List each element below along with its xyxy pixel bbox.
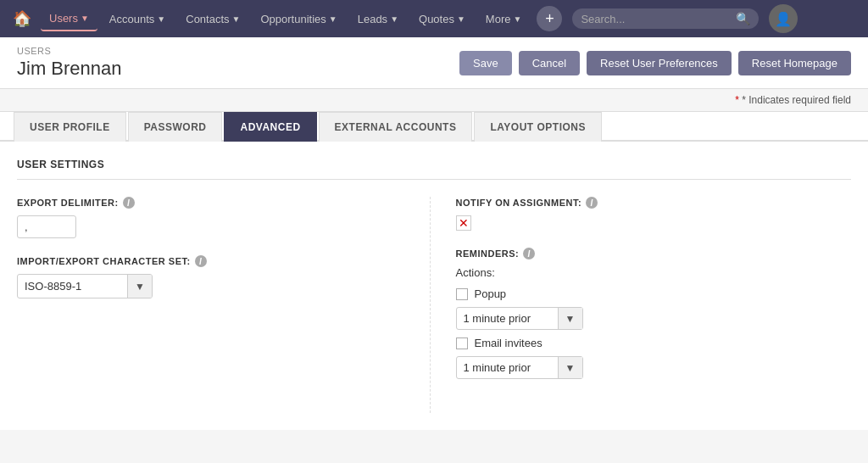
chevron-down-icon: ▼ bbox=[390, 14, 398, 24]
two-column-layout: EXPORT DELIMITER: i IMPORT/EXPORT CHARAC… bbox=[17, 197, 851, 413]
charset-info-icon[interactable]: i bbox=[195, 255, 207, 267]
reminders-group: REMINDERS: i Actions: Popup 1 minute pri… bbox=[456, 248, 852, 379]
add-button[interactable]: + bbox=[537, 6, 562, 31]
page-title: Jim Brennan bbox=[17, 58, 122, 80]
popup-label: Popup bbox=[475, 287, 507, 300]
content-area: USER SETTINGS EXPORT DELIMITER: i IMPORT… bbox=[0, 142, 868, 430]
tab-advanced[interactable]: ADVANCED bbox=[224, 112, 316, 142]
charset-label: IMPORT/EXPORT CHARACTER SET: i bbox=[17, 255, 413, 267]
reminders-label-text: REMINDERS: bbox=[456, 248, 520, 259]
email-invitees-label: Email invitees bbox=[475, 337, 542, 349]
nav-item-contacts[interactable]: Contacts ▼ bbox=[177, 8, 248, 31]
required-asterisk: * bbox=[735, 94, 739, 106]
email-invitees-row: Email invitees bbox=[456, 337, 852, 349]
tab-user-profile[interactable]: USER PROFILE bbox=[14, 112, 126, 142]
left-column: EXPORT DELIMITER: i IMPORT/EXPORT CHARAC… bbox=[17, 197, 430, 413]
chevron-down-icon: ▼ bbox=[513, 14, 521, 24]
search-icon: 🔍 bbox=[736, 12, 750, 25]
tab-password[interactable]: PASSWORD bbox=[128, 112, 223, 142]
reminders-label: REMINDERS: i bbox=[456, 248, 852, 259]
chevron-down-icon: ▼ bbox=[81, 14, 89, 23]
chevron-down-icon: ▼ bbox=[157, 14, 165, 24]
popup-row: Popup bbox=[456, 287, 852, 300]
notify-assignment-label-text: NOTIFY ON ASSIGNMENT: bbox=[456, 198, 582, 208]
nav-item-leads[interactable]: Leads ▼ bbox=[349, 8, 407, 31]
nav-item-users[interactable]: Users ▼ bbox=[41, 7, 97, 31]
reminders-info-icon[interactable]: i bbox=[523, 248, 535, 259]
popup-timing-arrow: ▼ bbox=[558, 308, 582, 329]
charset-group: IMPORT/EXPORT CHARACTER SET: i ISO-8859-… bbox=[17, 255, 413, 298]
nav-label-leads: Leads bbox=[358, 13, 387, 25]
home-button[interactable]: 🏠 bbox=[7, 3, 37, 34]
email-timing-select[interactable]: 1 minute prior 5 minutes prior 10 minute… bbox=[457, 357, 558, 378]
right-column: NOTIFY ON ASSIGNMENT: i ✕ REMINDERS: i A… bbox=[430, 197, 852, 413]
popup-checkbox[interactable] bbox=[456, 288, 468, 300]
export-delimiter-group: EXPORT DELIMITER: i bbox=[17, 197, 413, 238]
nav-label-contacts: Contacts bbox=[186, 13, 229, 25]
popup-timing-select-wrap: 1 minute prior 5 minutes prior 10 minute… bbox=[456, 307, 583, 330]
nav-item-quotes[interactable]: Quotes ▼ bbox=[410, 8, 474, 31]
tabs-bar: USER PROFILE PASSWORD ADVANCED EXTERNAL … bbox=[0, 112, 868, 142]
notify-assignment-label: NOTIFY ON ASSIGNMENT: i bbox=[456, 197, 852, 209]
chevron-down-icon: ▼ bbox=[457, 14, 465, 24]
export-delimiter-input[interactable] bbox=[17, 215, 76, 238]
popup-timing-select[interactable]: 1 minute prior 5 minutes prior 10 minute… bbox=[457, 308, 558, 329]
cancel-button[interactable]: Cancel bbox=[519, 51, 580, 75]
nav-label-quotes: Quotes bbox=[419, 13, 454, 25]
page-header-actions: Save Cancel Reset User Preferences Reset… bbox=[459, 51, 851, 75]
nav-label-opportunities: Opportunities bbox=[260, 13, 326, 25]
avatar[interactable]: 👤 bbox=[769, 4, 798, 33]
breadcrumb: USERS bbox=[17, 46, 122, 56]
nav-label-users: Users bbox=[49, 12, 78, 25]
email-timing-arrow: ▼ bbox=[558, 357, 582, 378]
notify-assignment-info-icon[interactable]: i bbox=[586, 197, 598, 209]
reset-preferences-button[interactable]: Reset User Preferences bbox=[587, 51, 732, 75]
charset-select[interactable]: ISO-8859-1 UTF-8 UTF-16 ASCII bbox=[18, 275, 127, 298]
export-delimiter-label-text: EXPORT DELIMITER: bbox=[17, 198, 119, 208]
nav-item-accounts[interactable]: Accounts ▼ bbox=[101, 8, 174, 31]
save-button[interactable]: Save bbox=[459, 51, 512, 75]
chevron-down-icon: ▼ bbox=[329, 14, 337, 24]
email-timing-select-wrap: 1 minute prior 5 minutes prior 10 minute… bbox=[456, 356, 583, 379]
page-header-left: USERS Jim Brennan bbox=[17, 46, 122, 80]
nav-item-opportunities[interactable]: Opportunities ▼ bbox=[252, 8, 345, 31]
required-note: * * Indicates required field bbox=[0, 89, 868, 112]
export-delimiter-label: EXPORT DELIMITER: i bbox=[17, 197, 413, 209]
nav-label-accounts: Accounts bbox=[109, 13, 154, 25]
email-invitees-checkbox[interactable] bbox=[456, 337, 468, 349]
nav-label-more: More bbox=[486, 13, 511, 25]
section-title: USER SETTINGS bbox=[17, 159, 851, 180]
chevron-down-icon: ▼ bbox=[232, 14, 241, 24]
tab-external-accounts[interactable]: EXTERNAL ACCOUNTS bbox=[319, 112, 473, 142]
nav-item-more[interactable]: More ▼ bbox=[477, 8, 531, 31]
page-header: USERS Jim Brennan Save Cancel Reset User… bbox=[0, 37, 868, 89]
notify-assignment-checkbox[interactable]: ✕ bbox=[456, 215, 471, 231]
top-nav: 🏠 Users ▼ Accounts ▼ Contacts ▼ Opportun… bbox=[0, 0, 868, 37]
export-delimiter-info-icon[interactable]: i bbox=[123, 197, 135, 209]
reset-homepage-button[interactable]: Reset Homepage bbox=[738, 51, 851, 75]
required-text: * Indicates required field bbox=[742, 94, 851, 106]
charset-select-arrow: ▼ bbox=[127, 275, 152, 298]
notify-assignment-group: NOTIFY ON ASSIGNMENT: i ✕ bbox=[456, 197, 852, 231]
reminders-actions-label: Actions: bbox=[456, 266, 852, 279]
charset-select-wrap: ISO-8859-1 UTF-8 UTF-16 ASCII ▼ bbox=[17, 274, 153, 298]
tab-layout-options[interactable]: LAYOUT OPTIONS bbox=[474, 112, 602, 142]
charset-label-text: IMPORT/EXPORT CHARACTER SET: bbox=[17, 256, 191, 266]
search-input[interactable] bbox=[581, 13, 731, 25]
search-bar: 🔍 bbox=[572, 8, 759, 29]
